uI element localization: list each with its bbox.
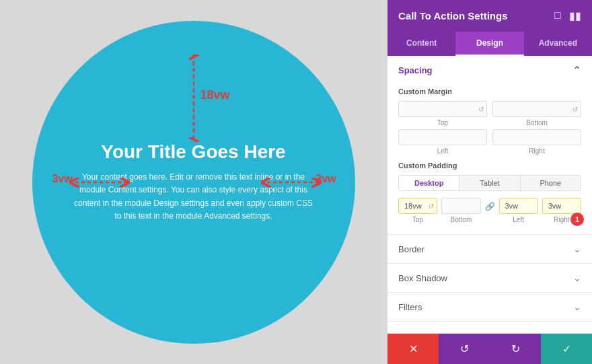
- panel-tabs: Content Design Advanced: [387, 32, 592, 56]
- left-spacing-label: 3vw: [52, 173, 73, 185]
- margin-left-input[interactable]: [398, 129, 487, 145]
- padding-right-input[interactable]: [542, 198, 581, 214]
- padding-top-group: ↺ Top: [398, 198, 437, 223]
- padding-left-wrap: [499, 198, 538, 214]
- device-tab-tablet[interactable]: Tablet: [459, 176, 520, 190]
- border-section: Border ⌄: [387, 235, 592, 264]
- cancel-button[interactable]: ✕: [387, 334, 439, 364]
- padding-link-icon[interactable]: 🔗: [485, 202, 495, 211]
- settings-panel: Call To Action Settings □ ▮▮ Content Des…: [387, 0, 592, 364]
- border-header[interactable]: Border ⌄: [387, 235, 592, 263]
- padding-left-label: Left: [513, 216, 524, 223]
- columns-icon[interactable]: ▮▮: [569, 9, 581, 22]
- padding-right-wrap: [542, 198, 581, 214]
- box-shadow-title: Box Shadow: [398, 273, 447, 283]
- margin-top-wrap: ↺: [398, 101, 487, 117]
- redo-button[interactable]: ↻: [490, 334, 541, 364]
- spacing-section: Spacing ⌃ Custom Margin ↺ Top: [387, 56, 592, 235]
- device-tab-desktop[interactable]: Desktop: [399, 176, 459, 190]
- right-arrow: [261, 177, 322, 188]
- margin-lr-inputs: Left Right: [398, 129, 581, 155]
- custom-padding-label: Custom Padding: [398, 161, 581, 170]
- filters-title: Filters: [398, 302, 422, 312]
- border-title: Border: [398, 244, 424, 254]
- device-tabs: Desktop Tablet Phone: [398, 175, 581, 191]
- margin-inputs: ↺ Top ↺ Bottom: [398, 101, 581, 126]
- padding-left-group: Left: [499, 198, 538, 223]
- margin-link-icon-2: ↺: [572, 106, 578, 113]
- module-title: Your Title Goes Here: [101, 141, 285, 163]
- padding-link-group: 🔗: [485, 202, 495, 211]
- margin-left-wrap: [398, 129, 487, 145]
- panel-body: Spacing ⌃ Custom Margin ↺ Top: [387, 56, 592, 333]
- filters-header[interactable]: Filters ⌄: [387, 293, 592, 321]
- padding-top-wrap: ↺: [398, 198, 437, 214]
- save-button[interactable]: ✓: [541, 334, 592, 364]
- spacing-title: Spacing: [398, 65, 433, 75]
- margin-bottom-group: ↺ Bottom: [492, 101, 581, 126]
- margin-top-input[interactable]: [398, 101, 487, 117]
- padding-left-input[interactable]: [499, 198, 538, 214]
- margin-left-group: Left: [398, 129, 487, 155]
- right-spacing-label: 3vw: [316, 173, 336, 185]
- tab-advanced[interactable]: Advanced: [524, 32, 592, 56]
- padding-bottom-input[interactable]: [441, 198, 480, 214]
- padding-inputs-wrap: ↺ Top Bottom 🔗: [398, 198, 581, 223]
- canvas-area: 18vw 3vw: [0, 0, 387, 364]
- device-tab-phone[interactable]: Phone: [521, 176, 581, 190]
- box-shadow-section: Box Shadow ⌄: [387, 264, 592, 293]
- padding-bottom-label: Bottom: [451, 216, 472, 223]
- margin-bottom-input[interactable]: [492, 101, 581, 117]
- spacing-chevron: ⌃: [572, 64, 581, 77]
- margin-top-group: ↺ Top: [398, 101, 487, 126]
- filters-section: Filters ⌄: [387, 293, 592, 322]
- margin-bottom-wrap: ↺: [492, 101, 581, 117]
- bottom-bar: ✕ ↺ ↻ ✓: [387, 333, 592, 364]
- margin-right-input[interactable]: [492, 129, 581, 145]
- spacing-section-header[interactable]: Spacing ⌃: [387, 56, 592, 85]
- panel-header: Call To Action Settings □ ▮▮: [387, 0, 592, 32]
- padding-bottom-group: Bottom: [441, 198, 480, 223]
- top-spacing-label: 18vw: [200, 88, 230, 102]
- margin-right-wrap: [492, 129, 581, 145]
- tab-design[interactable]: Design: [455, 32, 523, 56]
- spacing-badge: 1: [570, 213, 584, 226]
- margin-right-label: Right: [529, 147, 544, 155]
- box-shadow-chevron: ⌄: [573, 272, 581, 283]
- custom-margin-label: Custom Margin: [398, 87, 581, 96]
- margin-top-label: Top: [437, 119, 448, 126]
- box-shadow-header[interactable]: Box Shadow ⌄: [387, 264, 592, 292]
- margin-bottom-label: Bottom: [526, 119, 548, 126]
- circle-module[interactable]: 18vw 3vw: [32, 21, 355, 344]
- panel-title: Call To Action Settings: [398, 10, 508, 22]
- expand-icon[interactable]: □: [554, 9, 561, 22]
- tab-content[interactable]: Content: [387, 32, 455, 56]
- margin-right-group: Right: [492, 129, 581, 155]
- filters-chevron: ⌄: [573, 301, 581, 312]
- padding-right-label: Right: [554, 216, 569, 223]
- spacing-content: Custom Margin ↺ Top ↺ Bo: [387, 87, 592, 234]
- padding-top-label: Top: [412, 216, 423, 223]
- margin-link-icon-1: ↺: [478, 106, 484, 113]
- margin-left-label: Left: [437, 147, 449, 155]
- padding-top-link: ↺: [429, 203, 434, 210]
- left-arrow: [69, 177, 130, 188]
- padding-row: ↺ Top Bottom 🔗: [398, 198, 581, 223]
- undo-button[interactable]: ↺: [439, 334, 490, 364]
- padding-bottom-wrap: [441, 198, 480, 214]
- panel-header-icons: □ ▮▮: [554, 9, 581, 22]
- border-chevron: ⌄: [573, 244, 581, 254]
